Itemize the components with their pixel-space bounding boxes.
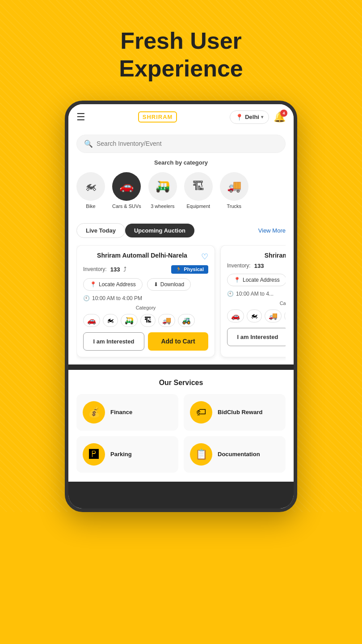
service-parking[interactable]: 🅿 Parking: [76, 436, 178, 473]
phone-frame-wrapper: ☰ SHRIRAM 📍 Delhi ▾ 🔔 4: [9, 101, 353, 512]
card1-cat-label: Category: [83, 305, 208, 310]
trucks-label: Trucks: [227, 203, 242, 209]
cat-chip-truck[interactable]: 🚚: [158, 314, 175, 327]
card2-interested-button[interactable]: I am Interested: [227, 328, 286, 346]
cars-circle: 🚗: [112, 172, 141, 201]
card2-inventory-row: Inventory: 133: [227, 263, 286, 269]
hero-title: Fresh User Experience: [9, 27, 353, 83]
card1-interested-button[interactable]: I am Interested: [83, 332, 144, 351]
bike-circle: 🏍: [76, 172, 105, 201]
cat-chip-equip[interactable]: 🏗: [140, 314, 156, 327]
auction-card-2: Shriram Autom... Inventory: 133 📍 Locate…: [220, 245, 286, 357]
documentation-label: Documentation: [218, 451, 260, 458]
phone-content: ☰ SHRIRAM 📍 Delhi ▾ 🔔 4: [68, 104, 294, 508]
cars-label: Cars & SUVs: [112, 203, 141, 209]
card1-footer-btns: I am Interested Add to Cart: [83, 332, 208, 351]
card1-header: Shriram Automall Delhi-Narela ♡: [83, 252, 208, 262]
card1-time: 10:00 AM to 4:00 PM: [92, 295, 142, 301]
service-finance[interactable]: 💰 Finance: [76, 394, 178, 431]
category-equipment[interactable]: 🏗 Equipment: [184, 172, 213, 209]
logo-area: SHRIRAM: [90, 111, 225, 123]
category-3wheelers[interactable]: 🛺 3 wheelers: [148, 172, 177, 209]
cat2-chip-bike[interactable]: 🏍: [247, 309, 262, 322]
auction-section: Live Today Upcoming Auction View More Sh…: [68, 216, 294, 364]
cat2-chip-truck[interactable]: 🚚: [265, 309, 282, 322]
cat2-chip-car[interactable]: 🚗: [227, 309, 244, 322]
location-selector[interactable]: 📍 Delhi ▾: [230, 110, 269, 124]
card1-physical-badge: 🏃 Physical: [171, 265, 208, 274]
clock-icon-2: 🕙: [227, 291, 234, 297]
hamburger-icon[interactable]: ☰: [76, 111, 85, 123]
chevron-down-icon: ▾: [261, 114, 263, 119]
locate-icon: 📍: [90, 281, 97, 288]
bottom-dark-area: [68, 482, 294, 508]
search-icon: 🔍: [84, 140, 93, 148]
cat2-chip-tractor[interactable]: 🚜: [284, 309, 286, 322]
parking-label: Parking: [110, 451, 132, 458]
service-bidclub[interactable]: 🏷 BidClub Reward: [184, 394, 286, 431]
categories-section: Search by category 🏍 Bike 🚗 Cars & SUVs …: [68, 159, 294, 216]
search-bar[interactable]: 🔍: [76, 135, 286, 153]
cat-chip-3w[interactable]: 🛺: [121, 314, 138, 327]
location-label: Delhi: [245, 114, 259, 120]
phone-frame: ☰ SHRIRAM 📍 Delhi ▾ 🔔 4: [65, 101, 297, 512]
logo-text: SHRIRAM: [143, 114, 173, 120]
finance-label: Finance: [110, 409, 132, 415]
card1-download-button[interactable]: ⬇ Download: [147, 278, 191, 291]
categories-label: Search by category: [76, 159, 286, 166]
notification-badge: 4: [280, 110, 287, 117]
download-icon: ⬇: [154, 281, 158, 288]
service-documentation[interactable]: 📋 Documentation: [184, 436, 286, 473]
3w-label: 3 wheelers: [151, 203, 174, 209]
card1-action-btns: 📍 Locate Address ⬇ Download: [83, 278, 208, 291]
card2-inv-count: 133: [254, 263, 264, 269]
bidclub-icon: 🏷: [190, 401, 212, 424]
card2-cat-icons: 🚗 🏍 🚚 🚜: [227, 309, 286, 322]
equipment-circle: 🏗: [184, 172, 213, 201]
bidclub-label: BidClub Reward: [218, 409, 262, 415]
notification-bell[interactable]: 🔔 4: [274, 111, 286, 123]
tab-upcoming-auction[interactable]: Upcoming Auction: [125, 224, 194, 237]
view-more-link[interactable]: View More: [258, 227, 286, 234]
card2-cat-label: Category: [227, 301, 286, 306]
card2-header: Shriram Autom...: [227, 252, 286, 259]
location-pin-icon: 📍: [236, 114, 243, 121]
category-bike[interactable]: 🏍 Bike: [76, 172, 105, 209]
card2-inv-label: Inventory:: [227, 263, 251, 269]
3w-circle: 🛺: [148, 172, 177, 201]
card1-share-icon[interactable]: ⤴: [123, 266, 126, 273]
search-input[interactable]: [97, 140, 278, 147]
documentation-icon: 📋: [190, 443, 212, 466]
card1-cat-icons: 🚗 🏍 🛺 🏗 🚚 🚜: [83, 314, 208, 327]
physical-icon: 🏃: [176, 267, 182, 272]
finance-icon: 💰: [83, 401, 105, 424]
app-header: ☰ SHRIRAM 📍 Delhi ▾ 🔔 4: [68, 104, 294, 130]
category-cars[interactable]: 🚗 Cars & SUVs: [112, 172, 141, 209]
parking-icon: 🅿: [83, 443, 105, 466]
card2-time-row: 🕙 10:00 AM to 4...: [227, 291, 286, 297]
card1-addtocart-button[interactable]: Add to Cart: [148, 332, 208, 351]
clock-icon: 🕙: [83, 295, 90, 301]
tab-live-today[interactable]: Live Today: [76, 223, 125, 238]
equipment-label: Equipment: [187, 203, 210, 209]
hero-section: Fresh User Experience ☰ SHRIRAM 📍 Delhi: [0, 0, 362, 512]
card2-action-btns: 📍 Locate Address: [227, 274, 286, 286]
cat-chip-tractor[interactable]: 🚜: [178, 314, 195, 327]
logo-box: SHRIRAM: [138, 111, 177, 123]
category-trucks[interactable]: 🚚 Trucks: [220, 172, 248, 209]
card1-title: Shriram Automall Delhi-Narela: [83, 252, 201, 259]
card1-inventory-row: Inventory: 133 ⤴ 🏃 Physical: [83, 265, 208, 274]
tabs-row: Live Today Upcoming Auction View More: [76, 223, 286, 238]
services-grid: 💰 Finance 🏷 BidClub Reward 🅿 Parking: [76, 394, 286, 473]
services-title: Our Services: [76, 379, 286, 387]
card2-footer-btns: I am Interested Add to Cart: [227, 328, 286, 346]
card1-heart-icon[interactable]: ♡: [201, 252, 208, 262]
card2-locate-button[interactable]: 📍 Locate Address: [227, 274, 286, 286]
cat-chip-bike[interactable]: 🏍: [103, 314, 118, 327]
card1-locate-button[interactable]: 📍 Locate Address: [83, 278, 143, 291]
locate-icon-2: 📍: [234, 277, 240, 283]
bike-label: Bike: [86, 203, 95, 209]
card1-inv-label: Inventory:: [83, 266, 107, 272]
cat-chip-car[interactable]: 🚗: [83, 314, 100, 327]
card1-time-row: 🕙 10:00 AM to 4:00 PM: [83, 295, 208, 301]
